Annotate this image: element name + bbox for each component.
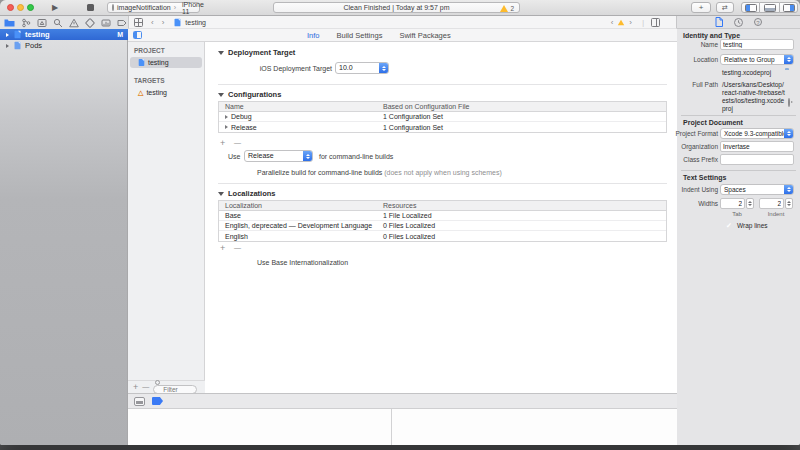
class-prefix-field[interactable] <box>720 154 794 165</box>
indent-width-field[interactable] <box>759 198 784 209</box>
section-collapse-icon[interactable] <box>218 93 224 97</box>
tab-info[interactable]: Info <box>307 31 320 40</box>
tab-width-stepper[interactable] <box>746 198 754 209</box>
column-localization[interactable]: Localization <box>219 202 383 209</box>
toggle-inspector-button[interactable] <box>779 2 798 13</box>
tab-build-settings[interactable]: Build Settings <box>337 31 383 40</box>
add-configuration-button[interactable]: + <box>220 138 225 148</box>
popup-value: Release <box>245 151 303 161</box>
table-row[interactable]: English, deprecated — Development Langua… <box>219 221 666 231</box>
section-localizations[interactable]: Localizations <box>218 189 276 198</box>
editor-options-icon[interactable] <box>651 18 660 27</box>
run-button[interactable]: ▶ <box>52 0 58 16</box>
related-items-icon[interactable] <box>134 18 143 27</box>
issue-stepper: ‹ › <box>611 16 632 29</box>
project-file-icon <box>175 18 181 26</box>
indent-width-stepper[interactable] <box>785 198 793 209</box>
add-editor-button[interactable]: + <box>691 2 711 13</box>
app-target-icon: △ <box>138 89 143 97</box>
zoom-traffic-light[interactable] <box>27 4 34 11</box>
divider <box>218 183 667 184</box>
row-disclosure-icon[interactable] <box>225 125 228 129</box>
tab-swift-packages[interactable]: Swift Packages <box>399 31 450 40</box>
project-targets-panel: PROJECT testing TARGETS △ testing + — <box>128 42 205 393</box>
back-chevron[interactable]: ‹ <box>151 16 154 29</box>
project-format-popup[interactable]: Xcode 9.3-compatible <box>720 128 794 139</box>
find-navigator-icon[interactable] <box>53 18 63 28</box>
next-issue-chevron[interactable]: › <box>629 16 632 29</box>
previous-issue-chevron[interactable]: ‹ <box>611 16 614 29</box>
table-row[interactable]: Debug 1 Configuration Set <box>219 112 666 122</box>
toggle-debug-area-button[interactable] <box>760 2 779 13</box>
editor-arrangement-button[interactable]: ⇄ <box>716 2 734 13</box>
symbol-navigator-icon[interactable] <box>37 18 47 28</box>
section-collapse-icon[interactable] <box>218 192 224 196</box>
issue-navigator-icon[interactable] <box>69 18 79 28</box>
forward-chevron[interactable]: › <box>162 16 165 29</box>
debug-panes <box>128 409 677 445</box>
quick-help-inspector-tab[interactable]: ? <box>754 18 762 26</box>
debug-pane-divider[interactable] <box>391 409 392 445</box>
indent-caption: Indent <box>759 211 793 217</box>
indent-using-popup[interactable]: Spaces <box>720 184 794 195</box>
hide-project-panel-icon[interactable] <box>133 31 142 39</box>
project-header: PROJECT <box>134 47 204 54</box>
navigator-item-pods[interactable]: Pods <box>0 40 128 51</box>
full-path-label: Full Path <box>692 81 718 88</box>
tab-width-field[interactable] <box>720 198 745 209</box>
open-path-arrow-icon[interactable] <box>788 98 790 107</box>
close-traffic-light[interactable] <box>7 4 14 11</box>
command-line-config-popup[interactable]: Release <box>244 150 313 162</box>
project-info-form: Deployment Target iOS Deployment Target … <box>205 42 677 393</box>
column-resources[interactable]: Resources <box>383 202 666 209</box>
warning-badge[interactable]: 2 <box>500 5 514 12</box>
remove-configuration-button[interactable]: — <box>234 138 241 148</box>
jump-bar-file[interactable]: testing <box>185 19 206 26</box>
column-based-on[interactable]: Based on Configuration File <box>383 103 666 110</box>
name-field[interactable] <box>720 39 794 50</box>
target-item-testing[interactable]: △ testing <box>130 87 202 98</box>
section-title: Localizations <box>228 189 276 198</box>
history-inspector-tab[interactable] <box>734 18 743 27</box>
project-item-testing[interactable]: testing <box>130 57 202 68</box>
section-deployment-target[interactable]: Deployment Target <box>218 48 295 57</box>
table-row[interactable]: Base 1 File Localized <box>219 211 666 221</box>
panel-toggle-group <box>741 2 798 13</box>
column-name[interactable]: Name <box>219 103 383 110</box>
navigator-item-testing[interactable]: testing M <box>0 29 128 40</box>
breakpoint-navigator-icon[interactable] <box>117 18 127 28</box>
section-configurations[interactable]: Configurations <box>218 90 281 99</box>
popup-value: Xcode 9.3-compatible <box>721 129 784 138</box>
navigator-item-label: Pods <box>25 41 42 50</box>
scheme-selector[interactable]: imageNotification › iPhone 11 <box>107 2 200 13</box>
stop-button[interactable] <box>87 4 94 11</box>
source-control-navigator-icon[interactable] <box>21 18 31 28</box>
add-target-button[interactable]: + <box>133 382 138 392</box>
disclosure-triangle[interactable] <box>6 33 9 37</box>
toggle-navigator-button[interactable] <box>741 2 760 13</box>
test-navigator-icon[interactable] <box>85 18 95 28</box>
row-disclosure-icon[interactable] <box>225 115 228 119</box>
deployment-target-popup[interactable]: 10.0 <box>335 62 389 74</box>
swap-arrows-icon: ⇄ <box>722 4 728 12</box>
location-popup[interactable]: Relative to Group <box>720 54 794 65</box>
widths-label: Widths <box>698 200 718 207</box>
breakpoints-toggle-icon[interactable] <box>152 397 163 405</box>
section-title: Configurations <box>228 90 281 99</box>
file-inspector-tab[interactable] <box>715 17 723 27</box>
inspector-tab-bar: ? <box>677 16 800 29</box>
table-row[interactable]: Release 1 Configuration Set <box>219 122 666 132</box>
disclosure-triangle[interactable] <box>6 44 9 48</box>
add-localization-button[interactable]: + <box>220 243 225 253</box>
navigator-item-label: testing <box>25 30 50 39</box>
project-navigator-icon[interactable] <box>4 18 15 27</box>
remove-localization-button[interactable]: — <box>234 243 241 253</box>
section-collapse-icon[interactable] <box>218 51 224 55</box>
jump-bar-warning-icon[interactable] <box>618 19 624 25</box>
remove-target-button[interactable]: — <box>142 382 149 392</box>
debug-navigator-icon[interactable] <box>101 18 111 28</box>
minimize-traffic-light[interactable] <box>17 4 24 11</box>
hide-debug-area-icon[interactable] <box>134 397 145 406</box>
organization-field[interactable] <box>720 141 794 152</box>
table-row[interactable]: English 0 Files Localized <box>219 231 666 241</box>
